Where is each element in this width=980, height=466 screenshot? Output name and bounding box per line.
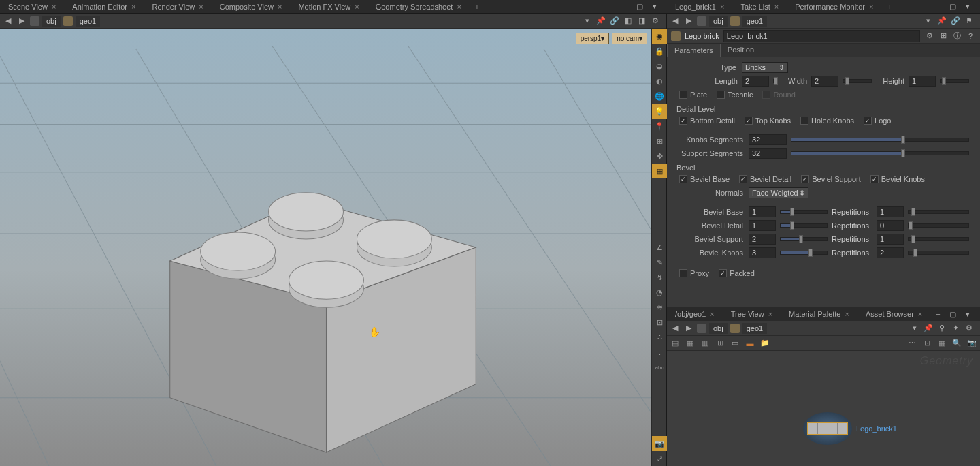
layers2-icon[interactable]: ◨: [636, 16, 647, 27]
path-geo[interactable]: geo1: [76, 16, 100, 27]
camera-persp-badge[interactable]: persp1▾: [576, 33, 610, 44]
round-check[interactable]: [762, 91, 770, 99]
path-geo[interactable]: geo1: [742, 323, 767, 334]
close-icon[interactable]: ×: [278, 3, 282, 11]
proxy-check[interactable]: [679, 269, 687, 277]
bevel-knobs-input[interactable]: [749, 247, 776, 258]
close-icon[interactable]: ×: [845, 310, 849, 318]
pin-icon[interactable]: 📌: [923, 323, 934, 334]
bevel-support-slider[interactable]: [780, 237, 828, 241]
bevel-detail-rep-slider[interactable]: [908, 223, 969, 228]
tool-lock-icon[interactable]: 🔒: [652, 44, 667, 59]
tab-take-list[interactable]: Take List×: [732, 1, 787, 13]
length-input[interactable]: [742, 76, 769, 87]
add-tab-icon[interactable]: +: [930, 308, 945, 320]
close-icon[interactable]: ×: [710, 310, 714, 318]
tool-pin-icon[interactable]: 📍: [652, 119, 667, 134]
close-icon[interactable]: ×: [774, 3, 779, 11]
dropdown-icon[interactable]: ▾: [923, 16, 934, 27]
bevel-knobs-rep-input[interactable]: [877, 247, 904, 258]
tab-parameters[interactable]: Parameters: [667, 44, 721, 57]
tool-abc-icon[interactable]: abc: [652, 360, 667, 375]
tool-expand-icon[interactable]: ⤢: [652, 451, 667, 466]
tool-move-icon[interactable]: ✥: [652, 149, 667, 164]
path-root[interactable]: obj: [42, 16, 61, 27]
tab-motion-fx[interactable]: Motion FX View×: [290, 1, 367, 13]
back-icon[interactable]: ◀: [3, 16, 14, 27]
tab-network-objgeo[interactable]: /obj/geo1×: [667, 308, 723, 320]
forward-icon[interactable]: ▶: [16, 16, 27, 27]
bevel-detail-rep-input[interactable]: [877, 220, 904, 231]
grid2-icon[interactable]: ▥: [700, 338, 710, 349]
maximize-icon[interactable]: ▢: [634, 1, 645, 12]
add-tab-icon[interactable]: +: [470, 1, 485, 13]
tool-light-icon[interactable]: 💡: [652, 104, 667, 119]
link-icon[interactable]: 🔗: [950, 16, 961, 27]
bevel-base-check[interactable]: [679, 175, 687, 183]
node-icon[interactable]: [730, 16, 740, 26]
layout3-icon[interactable]: ▦: [936, 338, 947, 349]
grid-icon[interactable]: ▦: [685, 338, 696, 349]
tab-legobrick[interactable]: Lego_brick1×: [667, 1, 732, 13]
folder-icon[interactable]: 📁: [760, 338, 770, 349]
bevel-detail-check[interactable]: [739, 175, 747, 183]
logo-check[interactable]: [864, 117, 872, 125]
layout1-icon[interactable]: ⋯: [906, 338, 917, 349]
tab-position[interactable]: Position: [721, 44, 761, 57]
bevel-detail-input[interactable]: [749, 220, 776, 231]
bevel-knobs-rep-slider[interactable]: [908, 251, 969, 255]
tool-shade-icon[interactable]: ◐: [652, 74, 667, 89]
tool-a-icon[interactable]: ∠: [652, 240, 667, 255]
node-name-input[interactable]: [723, 30, 920, 42]
knobs-seg-input[interactable]: [749, 134, 787, 145]
close-icon[interactable]: ×: [355, 3, 359, 11]
bevel-support-check[interactable]: [801, 175, 809, 183]
technic-check[interactable]: [717, 91, 725, 99]
maximize-icon[interactable]: ▢: [947, 309, 958, 320]
menu-icon[interactable]: ▾: [649, 1, 660, 12]
close-icon[interactable]: ×: [918, 310, 922, 318]
dropdown-icon[interactable]: ▾: [582, 16, 593, 27]
bevel-support-rep-slider[interactable]: [908, 237, 969, 241]
node-icon[interactable]: [63, 16, 73, 26]
close-icon[interactable]: ×: [720, 3, 724, 11]
home-icon[interactable]: [697, 16, 706, 26]
bevel-knobs-check[interactable]: [870, 175, 879, 183]
tool-b-icon[interactable]: ✎: [652, 255, 667, 270]
gear-icon[interactable]: ⚙: [924, 31, 935, 42]
bevel-base-input[interactable]: [749, 206, 776, 217]
menu-icon[interactable]: ▾: [962, 1, 973, 12]
support-seg-slider[interactable]: [791, 151, 969, 155]
link-icon[interactable]: 🔗: [609, 16, 620, 27]
normals-select[interactable]: Face Weigted: [749, 187, 808, 198]
support-seg-input[interactable]: [749, 148, 787, 159]
path-geo[interactable]: geo1: [742, 16, 767, 27]
camera-icon[interactable]: 📷: [966, 338, 977, 349]
sticky-icon[interactable]: ▭: [730, 338, 740, 349]
holed-knobs-check[interactable]: [800, 117, 808, 125]
close-icon[interactable]: ×: [869, 3, 873, 11]
info-icon[interactable]: ⓘ: [951, 31, 962, 42]
filter-icon[interactable]: ⊞: [938, 31, 949, 42]
tool-d-icon[interactable]: ◔: [652, 285, 667, 300]
gear-icon[interactable]: ⚙: [650, 16, 661, 27]
node-icon[interactable]: [730, 324, 740, 333]
bevel-base-rep-slider[interactable]: [908, 210, 969, 214]
close-icon[interactable]: ×: [131, 3, 135, 11]
top-knobs-check[interactable]: [745, 117, 753, 125]
color-icon[interactable]: ▬: [745, 338, 755, 349]
network-node[interactable]: Lego_brick1: [803, 412, 897, 445]
grid3-icon[interactable]: ⊞: [715, 338, 725, 349]
flag-icon[interactable]: ⚑: [964, 16, 975, 27]
close-icon[interactable]: ×: [52, 3, 56, 11]
tab-render-view[interactable]: Render View×: [144, 1, 211, 13]
length-slider[interactable]: [773, 79, 774, 83]
forward-icon[interactable]: ▶: [683, 16, 694, 27]
close-icon[interactable]: ×: [457, 3, 461, 11]
tool-e-icon[interactable]: ≋: [652, 300, 667, 315]
viewport-3d[interactable]: persp1▾ no cam▾ ✋: [0, 29, 651, 466]
height-input[interactable]: [909, 76, 936, 87]
close-icon[interactable]: ×: [199, 3, 203, 11]
bevel-support-input[interactable]: [749, 234, 776, 245]
tool-ortho-icon[interactable]: ⊞: [652, 134, 667, 149]
